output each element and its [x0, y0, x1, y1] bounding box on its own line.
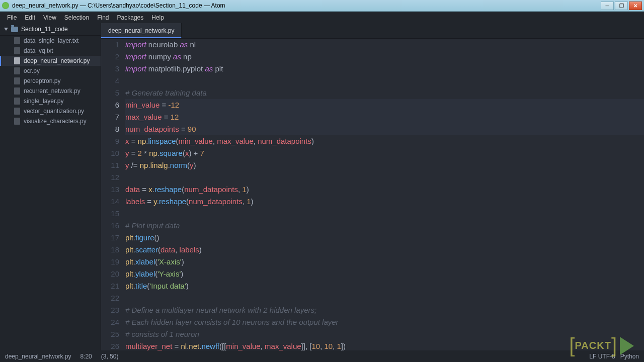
line-number[interactable]: 20 [101, 268, 119, 280]
code-line[interactable]: import neurolab as nl [125, 39, 644, 51]
file-label: perceptron.py [24, 77, 60, 84]
code-line[interactable]: # Each hidden layer consists of 10 neuro… [125, 316, 644, 328]
line-number[interactable]: 4 [101, 75, 119, 87]
code-line[interactable]: # consists of 1 neuron [125, 328, 644, 340]
line-number[interactable]: 21 [101, 280, 119, 292]
status-filename[interactable]: deep_neural_network.py [5, 353, 71, 360]
file-icon [14, 67, 20, 74]
code-line[interactable] [125, 292, 644, 304]
file-icon [14, 47, 20, 54]
line-number[interactable]: 17 [101, 232, 119, 244]
code-line[interactable]: min_value = -12 [125, 99, 644, 111]
code-line[interactable]: plt.ylabel('Y-axis') [125, 268, 644, 280]
project-root[interactable]: Section_11_code [0, 23, 101, 36]
code-line[interactable]: num_datapoints = 90 [125, 123, 644, 135]
line-number[interactable]: 14 [101, 196, 119, 208]
menu-item-edit[interactable]: Edit [21, 13, 39, 23]
line-number[interactable]: 22 [101, 292, 119, 304]
line-number[interactable]: 12 [101, 171, 119, 184]
code-line[interactable]: import numpy as np [125, 51, 644, 63]
code-line[interactable]: max_value = 12 [125, 111, 644, 123]
line-number[interactable]: 10 [101, 147, 119, 159]
code-line[interactable]: # Plot input data [125, 220, 644, 232]
close-button[interactable]: ✕ [629, 2, 642, 10]
status-selection: (3, 50) [101, 353, 119, 360]
menu-item-view[interactable]: View [39, 13, 60, 23]
code-line[interactable]: plt.xlabel('X-axis') [125, 256, 644, 268]
wrap-guide [606, 39, 606, 350]
code-line[interactable]: x = np.linspace(min_value, max_value, nu… [125, 135, 644, 147]
file-label: ocr.py [24, 67, 40, 74]
line-number[interactable]: 3 [101, 63, 119, 75]
code-line[interactable]: plt.scatter(data, labels) [125, 244, 644, 256]
file-icon [14, 57, 20, 64]
code-line[interactable]: plt.figure() [125, 232, 644, 244]
line-number[interactable]: 25 [101, 328, 119, 340]
file-item[interactable]: vector_quantization.py [0, 106, 101, 116]
code-line[interactable]: multilayer_net = nl.net.newff([[min_valu… [125, 340, 644, 350]
line-number[interactable]: 1 [101, 39, 119, 51]
line-number[interactable]: 23 [101, 304, 119, 316]
tab-active[interactable]: deep_neural_network.py [101, 23, 182, 38]
tab-bar: deep_neural_network.py [101, 23, 644, 39]
folder-icon [11, 27, 18, 32]
code-line[interactable]: labels = y.reshape(num_datapoints, 1) [125, 196, 644, 208]
line-number[interactable]: 13 [101, 184, 119, 196]
menu-item-find[interactable]: Find [93, 13, 113, 23]
chevron-down-icon [4, 28, 8, 32]
file-item[interactable]: deep_neural_network.py [0, 56, 101, 66]
line-number[interactable]: 7 [101, 111, 119, 123]
line-number[interactable]: 8 [101, 123, 119, 135]
file-icon [14, 87, 20, 95]
file-label: deep_neural_network.py [24, 57, 90, 64]
menubar: FileEditViewSelectionFindPackagesHelp [0, 12, 644, 23]
code-area[interactable]: import neurolab as nlimport numpy as npi… [125, 39, 644, 350]
code-line[interactable]: plt.title('Input data') [125, 280, 644, 292]
minimize-button[interactable]: ─ [601, 2, 614, 10]
file-item[interactable]: data_single_layer.txt [0, 36, 101, 46]
line-number[interactable]: 9 [101, 135, 119, 147]
line-number[interactable]: 26 [101, 340, 119, 350]
file-label: data_vq.txt [24, 47, 53, 54]
code-line[interactable]: # Define a multilayer neural network wit… [125, 304, 644, 316]
line-number[interactable]: 5 [101, 87, 119, 99]
file-item[interactable]: recurrent_network.py [0, 86, 101, 96]
line-number[interactable]: 11 [101, 159, 119, 171]
file-item[interactable]: ocr.py [0, 66, 101, 76]
editor[interactable]: 1234567891011121314151617181920212223242… [101, 39, 644, 350]
file-label: single_layer.py [24, 98, 63, 105]
code-line[interactable] [125, 208, 644, 220]
code-line[interactable] [125, 171, 644, 184]
line-number[interactable]: 15 [101, 208, 119, 220]
atom-app-icon [2, 2, 9, 9]
code-line[interactable]: import matplotlib.pyplot as plt [125, 63, 644, 75]
line-number[interactable]: 2 [101, 51, 119, 63]
code-line[interactable]: data = x.reshape(num_datapoints, 1) [125, 184, 644, 196]
line-number[interactable]: 19 [101, 256, 119, 268]
play-icon [620, 337, 634, 355]
gutter: 1234567891011121314151617181920212223242… [101, 39, 125, 350]
line-number[interactable]: 18 [101, 244, 119, 256]
code-line[interactable] [125, 75, 644, 87]
menu-item-help[interactable]: Help [147, 13, 168, 23]
code-line[interactable]: y /= np.linalg.norm(y) [125, 159, 644, 171]
window-controls: ─ ❐ ✕ [601, 2, 642, 10]
file-item[interactable]: data_vq.txt [0, 46, 101, 56]
status-cursor[interactable]: 8:20 [80, 353, 92, 360]
sidebar: Section_11_code data_single_layer.txtdat… [0, 23, 101, 350]
line-number[interactable]: 16 [101, 220, 119, 232]
menu-item-packages[interactable]: Packages [113, 13, 148, 23]
line-number[interactable]: 6 [101, 99, 119, 111]
code-line[interactable]: y = 2 * np.square(x) + 7 [125, 147, 644, 159]
menu-item-file[interactable]: File [3, 13, 21, 23]
file-icon [14, 118, 20, 125]
file-item[interactable]: single_layer.py [0, 96, 101, 106]
line-number[interactable]: 24 [101, 316, 119, 328]
file-item[interactable]: visualize_characters.py [0, 116, 101, 126]
project-name: Section_11_code [21, 26, 68, 33]
maximize-button[interactable]: ❐ [615, 2, 628, 10]
file-label: data_single_layer.txt [24, 37, 78, 44]
menu-item-selection[interactable]: Selection [60, 13, 93, 23]
code-line[interactable]: # Generate training data [125, 87, 644, 99]
file-item[interactable]: perceptron.py [0, 76, 101, 86]
